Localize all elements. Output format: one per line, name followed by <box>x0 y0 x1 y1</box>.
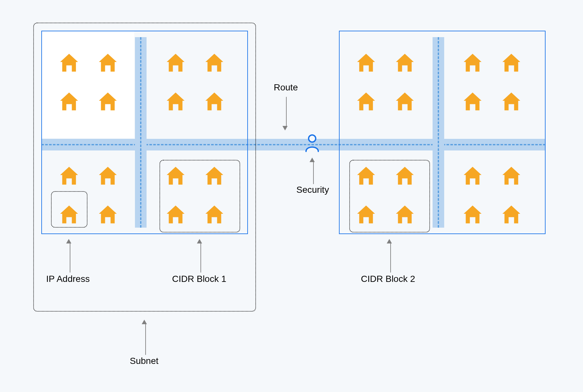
cidr-2-label: CIDR Block 2 <box>361 274 415 284</box>
house-icon <box>462 203 484 225</box>
house-icon <box>58 165 80 187</box>
house-icon <box>500 203 522 225</box>
house-icon <box>355 52 377 74</box>
house-icon <box>500 90 522 112</box>
house-icon <box>58 203 80 225</box>
cidr-1-arrow <box>199 239 202 273</box>
diagram-canvas: Route Security IP Address CIDR Block 1 C… <box>0 0 583 392</box>
svg-point-0 <box>309 135 316 142</box>
house-icon <box>58 52 80 74</box>
cidr-2-arrow <box>389 239 392 273</box>
house-icon <box>203 203 225 225</box>
house-icon <box>462 90 484 112</box>
route-arrow <box>285 97 288 130</box>
house-icon <box>394 90 416 112</box>
security-label: Security <box>296 185 329 195</box>
house-icon <box>97 165 119 187</box>
house-icon <box>203 90 225 112</box>
ip-address-arrow <box>68 239 71 273</box>
house-icon <box>394 52 416 74</box>
security-icon <box>305 134 320 153</box>
house-icon <box>97 52 119 74</box>
house-icon <box>58 90 80 112</box>
house-icon <box>165 165 187 187</box>
house-icon <box>500 52 522 74</box>
house-icon <box>165 203 187 225</box>
security-arrow <box>312 158 315 184</box>
house-icon <box>165 90 187 112</box>
ip-address-label: IP Address <box>46 274 90 284</box>
house-icon <box>462 165 484 187</box>
house-icon <box>203 165 225 187</box>
house-icon <box>165 52 187 74</box>
house-icon <box>394 165 416 187</box>
cidr-1-label: CIDR Block 1 <box>172 274 226 284</box>
house-icon <box>355 203 377 225</box>
house-icon <box>500 165 522 187</box>
house-icon <box>203 52 225 74</box>
house-icon <box>97 90 119 112</box>
subnet-arrow <box>144 320 147 355</box>
house-icon <box>97 203 119 225</box>
house-icon <box>462 52 484 74</box>
house-icon <box>355 165 377 187</box>
house-icon <box>355 90 377 112</box>
house-icon <box>394 203 416 225</box>
subnet-label: Subnet <box>130 356 159 366</box>
route-label: Route <box>274 82 298 93</box>
